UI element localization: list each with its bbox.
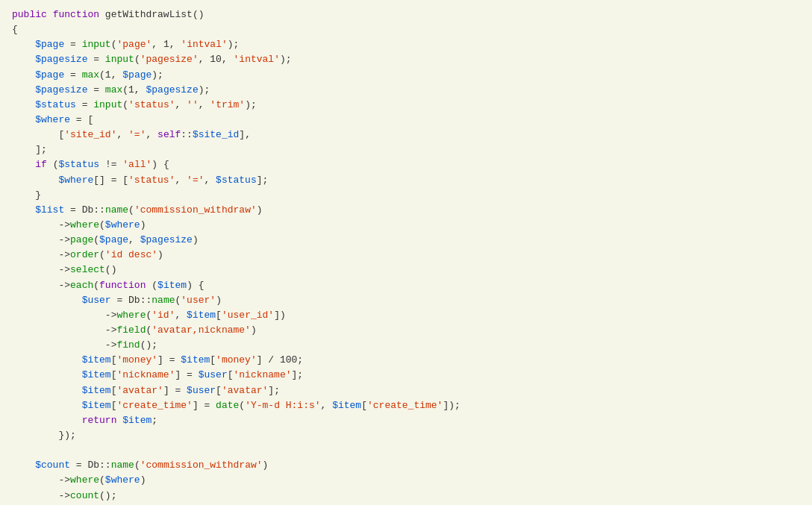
code-line-8: $where = [ bbox=[12, 113, 800, 128]
code-line-19: ->each(function ($item) { bbox=[12, 278, 800, 293]
code-line-6: $pagesize = max(1, $pagesize); bbox=[12, 83, 800, 98]
code-line-17: ->order('id desc') bbox=[12, 248, 800, 263]
code-line-13: } bbox=[12, 188, 800, 203]
code-line-16: ->page($page, $pagesize) bbox=[12, 233, 800, 248]
code-line-24: $item['money'] = $item['money'] / 100; bbox=[12, 353, 800, 368]
code-editor: public function getWithdrawList() { $pag… bbox=[0, 0, 812, 505]
code-line-7: $status = input('status', '', 'trim'); bbox=[12, 98, 800, 113]
code-line-20: $user = Db::name('user') bbox=[12, 293, 800, 308]
code-line-10: ]; bbox=[12, 142, 800, 157]
code-line-3: $page = input('page', 1, 'intval'); bbox=[12, 37, 800, 52]
code-line-28: return $item; bbox=[12, 413, 800, 428]
code-line-27: $item['create_time'] = date('Y-m-d H:i:s… bbox=[12, 398, 800, 413]
code-line-15: ->where($where) bbox=[12, 218, 800, 233]
code-line-12: $where[] = ['status', '=', $status]; bbox=[12, 173, 800, 188]
code-line-29: }); bbox=[12, 428, 800, 443]
code-line-33: ->count(); bbox=[12, 489, 800, 504]
code-line-2: { bbox=[12, 22, 800, 37]
code-line-1: public function getWithdrawList() bbox=[12, 7, 800, 22]
code-line-22: ->field('avatar,nickname') bbox=[12, 323, 800, 338]
code-line-26: $item['avatar'] = $user['avatar']; bbox=[12, 383, 800, 398]
code-line-23: ->find(); bbox=[12, 338, 800, 353]
code-line-31: $count = Db::name('commission_withdraw') bbox=[12, 458, 800, 473]
code-line-32: ->where($where) bbox=[12, 473, 800, 488]
code-line-5: $page = max(1, $page); bbox=[12, 68, 800, 83]
code-line-18: ->select() bbox=[12, 263, 800, 277]
code-line-30 bbox=[12, 443, 800, 458]
code-line-25: $item['nickname'] = $user['nickname']; bbox=[12, 368, 800, 383]
code-line-11: if ($status != 'all') { bbox=[12, 157, 800, 172]
code-line-14: $list = Db::name('commission_withdraw') bbox=[12, 203, 800, 218]
code-line-4: $pagesize = input('pagesize', 10, 'intva… bbox=[12, 52, 800, 67]
code-line-9: ['site_id', '=', self::$site_id], bbox=[12, 128, 800, 142]
code-line-21: ->where('id', $item['user_id']) bbox=[12, 308, 800, 323]
